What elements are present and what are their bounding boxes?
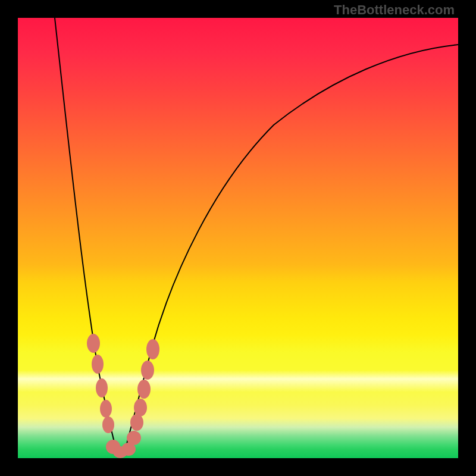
data-marker — [96, 378, 108, 397]
marker-group-left — [87, 334, 127, 458]
curve-chart — [18, 18, 458, 458]
data-marker — [87, 334, 100, 353]
data-marker — [102, 416, 114, 433]
marker-group-right — [121, 339, 159, 456]
data-marker — [127, 431, 141, 445]
data-marker — [100, 400, 112, 418]
data-marker — [130, 414, 143, 431]
data-marker — [134, 399, 147, 416]
data-marker — [92, 355, 104, 374]
right-curve — [124, 45, 458, 455]
watermark-text: TheBottleneck.com — [334, 2, 455, 18]
data-marker — [141, 361, 154, 380]
data-marker — [146, 339, 159, 359]
data-marker — [137, 380, 151, 399]
left-curve — [55, 18, 118, 455]
